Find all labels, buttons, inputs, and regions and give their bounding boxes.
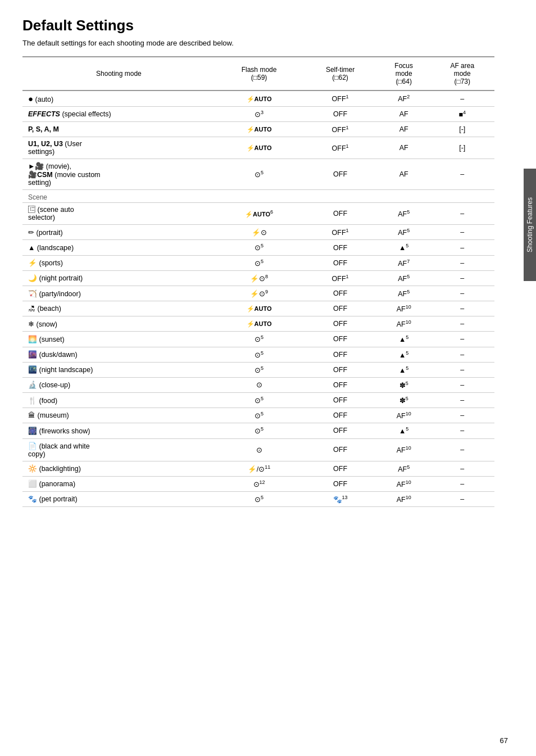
- page-title: Default Settings: [22, 17, 494, 34]
- flash-cell: ⊙: [215, 438, 303, 461]
- table-row: ⿷ (scene autoselector) ⚡AUTO6 OFF AF5 –: [22, 203, 494, 225]
- flash-cell: ⊙12: [215, 476, 303, 491]
- self-timer-cell: OFF: [303, 377, 378, 392]
- section-row: Scene: [22, 190, 494, 203]
- flash-cell: ⚡/⊙11: [215, 461, 303, 476]
- focus-cell: AF: [378, 159, 430, 190]
- table-row: EFFECTS (special effects) ⊙3 OFF AF ■4: [22, 107, 494, 122]
- af-area-cell: –: [430, 316, 494, 332]
- flash-cell: ⚡⊙9: [215, 286, 303, 301]
- flash-cell: ⊙5: [215, 240, 303, 255]
- flash-cell: ⊙5: [215, 491, 303, 506]
- table-row: 📄 (black and whitecopy) ⊙ OFF AF10 –: [22, 438, 494, 461]
- mode-cell: U1, U2, U3 (Usersettings): [22, 137, 215, 159]
- flash-cell: ⊙: [215, 377, 303, 392]
- col-header-focus-mode: Focusmode(□64): [378, 57, 430, 90]
- af-area-cell: –: [430, 286, 494, 301]
- flash-cell: ⊙5: [215, 159, 303, 190]
- self-timer-cell: OFF1: [303, 90, 378, 107]
- table-row: ►🎥 (movie),🎥CSM (movie customsetting) ⊙5…: [22, 159, 494, 190]
- flash-cell: ⚡⊙8: [215, 270, 303, 286]
- table-row: ▲ (landscape) ⊙5 OFF ▲5 –: [22, 240, 494, 255]
- flash-cell: ⊙5: [215, 362, 303, 377]
- self-timer-cell: OFF: [303, 362, 378, 377]
- mode-cell: ✏ (portrait): [22, 225, 215, 240]
- settings-table: Shooting mode Flash mode(□59) Self-timer…: [22, 56, 494, 507]
- flash-cell: ⊙5: [215, 408, 303, 423]
- sidebar-label: Shooting Features: [524, 169, 536, 281]
- focus-cell: AF10: [378, 491, 430, 506]
- table-row: 🏛 (museum) ⊙5 OFF AF10 –: [22, 408, 494, 423]
- flash-cell: ⚡⊙: [215, 225, 303, 240]
- mode-cell: ⚡ (sports): [22, 255, 215, 270]
- mode-cell: 🏹 (party/indoor): [22, 286, 215, 301]
- flash-cell: ⚡AUTO: [215, 301, 303, 316]
- flash-cell: ⊙5: [215, 423, 303, 438]
- mode-cell: ⿷ (scene autoselector): [22, 203, 215, 225]
- mode-cell: 🌆 (dusk/dawn): [22, 347, 215, 362]
- af-area-cell: –: [430, 377, 494, 392]
- mode-cell: ⬜ (panorama): [22, 476, 215, 491]
- section-label-cell: Scene: [22, 190, 494, 203]
- self-timer-cell: OFF: [303, 423, 378, 438]
- flash-cell: ⊙5: [215, 332, 303, 347]
- self-timer-cell: OFF: [303, 107, 378, 122]
- flash-cell: ⊙5: [215, 347, 303, 362]
- self-timer-cell: OFF: [303, 461, 378, 476]
- table-row: 🎆 (fireworks show) ⊙5 OFF ▲5 –: [22, 423, 494, 438]
- focus-cell: AF10: [378, 301, 430, 316]
- col-header-shooting-mode: Shooting mode: [22, 57, 215, 90]
- af-area-cell: –: [430, 393, 494, 408]
- self-timer-cell: OFF: [303, 393, 378, 408]
- af-area-cell: –: [430, 491, 494, 506]
- table-row: ✏ (portrait) ⚡⊙ OFF1 AF5 –: [22, 225, 494, 240]
- mode-cell: ►🎥 (movie),🎥CSM (movie customsetting): [22, 159, 215, 190]
- table-row: 🌙 (night portrait) ⚡⊙8 OFF1 AF5 –: [22, 270, 494, 286]
- af-area-cell: [-]: [430, 137, 494, 159]
- self-timer-cell: OFF1: [303, 270, 378, 286]
- focus-cell: AF7: [378, 255, 430, 270]
- table-row: U1, U2, U3 (Usersettings) ⚡AUTO OFF1 AF …: [22, 137, 494, 159]
- page-number: 67: [500, 736, 508, 745]
- focus-cell: ▲5: [378, 240, 430, 255]
- table-row: 🍴 (food) ⊙5 OFF ✽5 –: [22, 393, 494, 408]
- self-timer-cell: OFF: [303, 301, 378, 316]
- focus-cell: AF2: [378, 90, 430, 107]
- mode-cell: 🏖 (beach): [22, 301, 215, 316]
- col-header-af-area: AF areamode(□73): [430, 57, 494, 90]
- mode-cell: P, S, A, M: [22, 122, 215, 137]
- self-timer-cell: OFF: [303, 159, 378, 190]
- mode-cell: 📄 (black and whitecopy): [22, 438, 215, 461]
- mode-cell: 🔬 (close-up): [22, 377, 215, 392]
- table-row: 🌅 (sunset) ⊙5 OFF ▲5 –: [22, 332, 494, 347]
- focus-cell: AF10: [378, 476, 430, 491]
- table-row: ⬜ (panorama) ⊙12 OFF AF10 –: [22, 476, 494, 491]
- mode-cell: 🍴 (food): [22, 393, 215, 408]
- mode-cell: EFFECTS (special effects): [22, 107, 215, 122]
- af-area-cell: –: [430, 332, 494, 347]
- self-timer-cell: OFF: [303, 476, 378, 491]
- self-timer-cell: OFF: [303, 286, 378, 301]
- mode-cell: 🌅 (sunset): [22, 332, 215, 347]
- table-row: 🐾 (pet portrait) ⊙5 🐾13 AF10 –: [22, 491, 494, 506]
- focus-cell: ▲5: [378, 347, 430, 362]
- table-row: 🏖 (beach) ⚡AUTO OFF AF10 –: [22, 301, 494, 316]
- mode-cell: 🌃 (night landscape): [22, 362, 215, 377]
- af-area-cell: –: [430, 438, 494, 461]
- focus-cell: AF: [378, 122, 430, 137]
- focus-cell: ▲5: [378, 423, 430, 438]
- self-timer-cell: OFF: [303, 347, 378, 362]
- flash-cell: ⚡AUTO6: [215, 203, 303, 225]
- flash-cell: ⊙5: [215, 255, 303, 270]
- mode-cell: ▲ (landscape): [22, 240, 215, 255]
- af-area-cell: –: [430, 347, 494, 362]
- af-area-cell: –: [430, 423, 494, 438]
- mode-cell: 🔆 (backlighting): [22, 461, 215, 476]
- table-row: ❄ (snow) ⚡AUTO OFF AF10 –: [22, 316, 494, 332]
- self-timer-cell: OFF: [303, 255, 378, 270]
- focus-cell: AF: [378, 107, 430, 122]
- self-timer-cell: OFF: [303, 332, 378, 347]
- flash-cell: ⚡AUTO: [215, 122, 303, 137]
- focus-cell: AF5: [378, 225, 430, 240]
- flash-cell: ⚡AUTO: [215, 316, 303, 332]
